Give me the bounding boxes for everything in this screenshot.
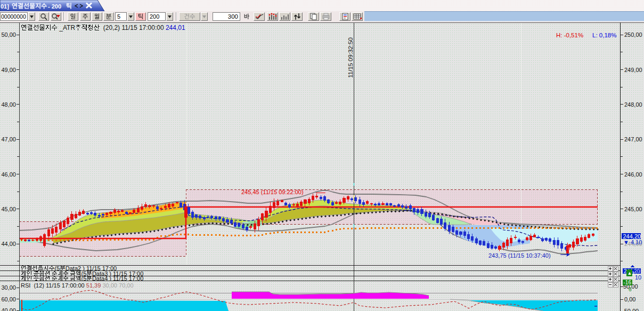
svg-text:▼ 4,10: ▼ 4,10 [623,239,642,245]
svg-text:30,00 70,00: 30,00 70,00 [101,282,133,289]
svg-text:246,00: 246,00 [624,171,642,178]
svg-text:46,00: 46,00 [1,171,16,178]
svg-text:0,00: 0,00 [624,296,635,302]
svg-text:6: 6 [629,286,632,292]
svg-text:RSI (12) 11/15 17:00:00: RSI (12) 11/15 17:00:00 [21,282,86,289]
svg-text:48,00: 48,00 [1,101,16,108]
svg-text:60,00: 60,00 [1,296,16,302]
svg-text:30,00: 30,00 [1,284,16,291]
svg-text:51,39: 51,39 [86,282,101,289]
svg-text:50,00: 50,00 [1,31,16,38]
svg-text:244,20: 244,20 [623,233,641,240]
svg-text:(20,2) 11/15 17:00:00: (20,2) 11/15 17:00:00 [100,24,166,31]
svg-text:47,00: 47,00 [1,136,16,142]
svg-text:247,00: 247,00 [624,136,642,142]
svg-text:- 200: - 200 [48,3,61,10]
svg-text:49,00: 49,00 [1,67,16,73]
svg-text:H: -0,51%: H: -0,51% [556,32,583,38]
svg-text:01]: 01] [1,3,9,10]
svg-text:L: 0,18%: L: 0,18% [592,32,616,38]
svg-text:11/15 09:32:50: 11/15 09:32:50 [347,37,354,78]
svg-text:244,01: 244,01 [166,24,185,31]
svg-text:44,00: 44,00 [1,241,16,247]
svg-text:250,00: 250,00 [624,31,642,38]
svg-text:45,00: 45,00 [1,206,16,212]
svg-text:-50,00: -50,00 [622,308,639,311]
svg-text:40,00: 40,00 [1,307,16,311]
svg-text:245,00: 245,00 [624,206,642,212]
svg-text:243,75 (11/15 10:37:40): 243,75 (11/15 10:37:40) [488,252,551,259]
svg-text:245,45 (11/15 09:22:00): 245,45 (11/15 09:22:00) [241,189,304,195]
svg-text:-16: -16 [624,280,632,285]
svg-text:10: 10 [635,274,641,281]
svg-text:_ATR: _ATR [58,24,75,31]
svg-text:249,00: 249,00 [624,67,642,73]
svg-text:248,00: 248,00 [624,101,642,108]
svg-text:▲1: ▲1 [627,270,635,276]
